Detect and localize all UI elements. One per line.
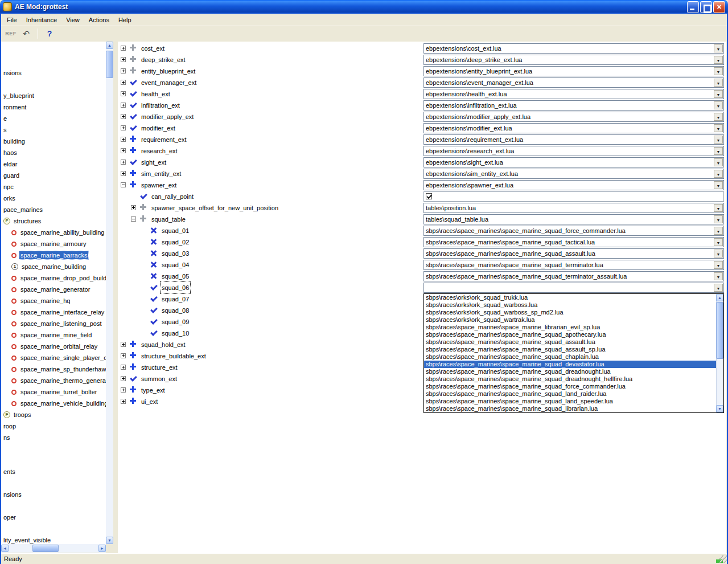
expand-icon[interactable] (121, 91, 126, 96)
combo-dropdown-icon[interactable] (714, 261, 723, 269)
tree-item-space_marine_drop_pod_buildi[interactable]: space_marine_drop_pod_buildi (1, 272, 106, 284)
tree-item-space_marine_hq[interactable]: space_marine_hq (1, 295, 106, 306)
expand-icon[interactable] (121, 387, 126, 393)
combo-dropdown-icon[interactable] (714, 79, 723, 87)
value-combobox[interactable]: sbps\races\space_marines\space_marine_sq… (423, 260, 724, 270)
combo-value[interactable]: ebpextensions\deep_strike_ext.lua (426, 56, 712, 64)
tree-vertical-scrollbar[interactable] (106, 42, 113, 544)
value-combobox[interactable]: ebpextensions\infiltration_ext.lua (423, 100, 724, 111)
tree-item-nsions[interactable]: nsions (1, 489, 106, 500)
expand-icon[interactable] (131, 205, 136, 210)
expand-icon[interactable] (121, 103, 126, 108)
property-label[interactable]: structure_buildable_ext (140, 350, 207, 362)
tree-item-lity_event_visible[interactable]: lity_event_visible (1, 534, 106, 544)
tree-item-space_marine_turret_bolter[interactable]: space_marine_turret_bolter (1, 386, 106, 398)
value-combobox[interactable]: sbps\races\space_marines\space_marine_sq… (423, 248, 724, 259)
dropdown-option[interactable]: sbps\races\space_marines\space_marine_sq… (424, 383, 716, 390)
combo-value[interactable]: ebpextensions\cost_ext.lua (426, 44, 712, 52)
property-label[interactable]: infiltration_ext (140, 100, 181, 111)
tree-item-space_marine_sp_thunderhaw[interactable]: space_marine_sp_thunderhaw (1, 363, 106, 375)
tree-item-structures[interactable]: Fstructures (1, 215, 106, 227)
combo-dropdown-icon[interactable] (714, 44, 723, 52)
ref-button[interactable]: REF (4, 27, 18, 40)
tree-item-roop[interactable]: roop (1, 420, 106, 432)
value-combobox[interactable]: ebpextensions\requirement_ext.lua (423, 134, 724, 145)
dropdown-option[interactable]: sbps\races\space_marines\space_marine_sq… (424, 338, 716, 346)
property-label[interactable]: squad_03 (161, 248, 190, 259)
combo-dropdown-icon[interactable] (714, 113, 723, 121)
property-label[interactable]: can_rally_point (150, 191, 195, 202)
combo-dropdown-icon[interactable] (714, 215, 723, 223)
property-label[interactable]: sim_entity_ext (140, 168, 182, 179)
tree-item-space_marine_generator[interactable]: space_marine_generator (1, 284, 106, 295)
dropdown-option[interactable]: sbps\races\space_marines\space_marine_sq… (424, 405, 716, 412)
tree-item-npc[interactable]: npc (1, 181, 106, 193)
property-label[interactable]: structure_ext (140, 362, 179, 373)
combo-value[interactable]: sbps\races\space_marines\space_marine_sq… (426, 250, 712, 258)
tree-item-pace_marines[interactable]: pace_marines (1, 204, 106, 215)
help-button[interactable]: ? (43, 27, 56, 40)
close-button[interactable]: × (713, 1, 725, 13)
scroll-right-icon[interactable] (98, 545, 106, 552)
value-combobox[interactable]: ebpextensions\entity_blueprint_ext.lua (423, 66, 724, 76)
combo-dropdown-icon[interactable] (714, 56, 723, 64)
scrollbar-thumb[interactable] (32, 545, 59, 552)
menu-help[interactable]: Help (114, 15, 136, 25)
checkbox[interactable] (426, 193, 432, 199)
combo-value[interactable]: sbps\races\space_marines\space_marine_sq… (426, 261, 712, 269)
property-label[interactable]: modifier_ext (140, 122, 176, 134)
combo-value[interactable]: tables\squad_table.lua (426, 215, 712, 223)
property-label[interactable]: event_manager_ext (140, 77, 198, 88)
tree-item-space_marine_building[interactable]: 1space_marine_building (1, 261, 106, 272)
value-combobox[interactable]: ebpextensions\modifier_apply_ext.lua (423, 112, 724, 122)
dropdown-option[interactable]: sbps\races\orks\ork_squad_warboss.lua (424, 301, 716, 309)
property-label[interactable]: summon_ext (140, 373, 178, 385)
value-combobox[interactable]: tables\position.lua (423, 203, 724, 213)
value-combobox[interactable]: ebpextensions\modifier_ext.lua (423, 123, 724, 133)
combo-dropdown-icon[interactable] (714, 158, 723, 166)
menu-actions[interactable]: Actions (84, 15, 114, 25)
scroll-up-icon[interactable] (106, 42, 113, 49)
combo-dropdown-icon[interactable] (714, 90, 723, 98)
combo-value[interactable]: ebpextensions\entity_blueprint_ext.lua (426, 67, 712, 75)
property-label[interactable]: squad_04 (161, 259, 190, 271)
expand-icon[interactable] (121, 171, 126, 176)
collapse-icon[interactable] (131, 216, 136, 222)
tree-item-space_marine_ability_building[interactable]: space_marine_ability_building (1, 227, 106, 238)
tree-item-ns[interactable]: ns (1, 432, 106, 443)
dropdown-option[interactable]: sbps\races\space_marines\space_marine_sq… (424, 346, 716, 353)
expand-icon[interactable] (121, 46, 126, 51)
value-combobox[interactable]: ebpextensions\event_manager_ext.lua (423, 77, 724, 88)
minimize-button[interactable] (687, 1, 699, 13)
expand-icon[interactable] (121, 125, 126, 130)
property-label[interactable]: cost_ext (140, 43, 166, 54)
property-label[interactable]: squad_07 (161, 293, 190, 305)
scrollbar-thumb[interactable] (716, 302, 723, 359)
property-label[interactable]: squad_05 (161, 271, 190, 282)
property-label[interactable]: spawner_space_offset_for_new_unit_positi… (150, 202, 279, 214)
expand-icon[interactable] (121, 365, 126, 370)
combo-dropdown-icon[interactable] (714, 136, 723, 144)
property-label[interactable]: squad_06 (161, 282, 190, 293)
combo-value[interactable]: ebpextensions\infiltration_ext.lua (426, 101, 712, 109)
expand-icon[interactable] (121, 114, 126, 119)
menu-inheritance[interactable]: Inheritance (22, 15, 61, 25)
dropdown-scrollbar[interactable] (716, 294, 723, 412)
value-combobox[interactable]: ebpextensions\research_ext.lua (423, 146, 724, 156)
tree-item-oper[interactable]: oper (1, 512, 106, 523)
tree-item-space_marine_orbital_relay[interactable]: space_marine_orbital_relay (1, 341, 106, 352)
expand-icon[interactable] (121, 342, 126, 347)
property-label[interactable]: modifier_apply_ext (140, 111, 195, 122)
dropdown-option[interactable]: sbps\races\space_marines\space_marine_sq… (424, 368, 716, 375)
tree-horizontal-scrollbar[interactable] (1, 544, 106, 553)
combo-value[interactable]: ebpextensions\research_ext.lua (426, 147, 712, 155)
combo-value[interactable]: ebpextensions\sight_ext.lua (426, 158, 712, 166)
tree-item-ronment[interactable]: ronment (1, 101, 106, 113)
tree-item-orks[interactable]: orks (1, 193, 106, 204)
scroll-down-icon[interactable] (716, 405, 723, 412)
expand-icon[interactable] (121, 160, 126, 165)
tree-item-haos[interactable]: haos (1, 147, 106, 158)
tree-item-space_marine_listening_post[interactable]: space_marine_listening_post (1, 318, 106, 329)
collapse-icon[interactable] (121, 182, 126, 187)
combo-value[interactable]: ebpextensions\sim_entity_ext.lua (426, 170, 712, 178)
